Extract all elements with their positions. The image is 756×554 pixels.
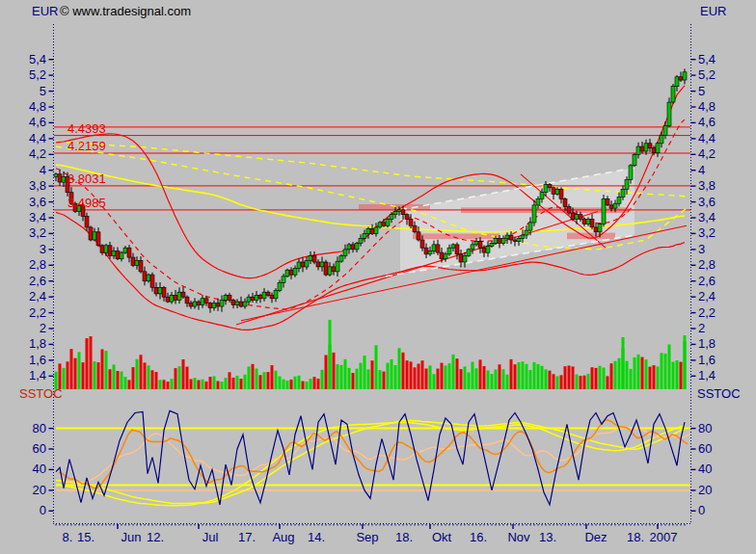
price-axis-label-left: 3,2 — [0, 226, 46, 240]
price-axis-label-left: 5,4 — [0, 53, 46, 66]
price-axis-label-right: 4,4 — [698, 132, 716, 145]
price-axis-label-right: 1,6 — [698, 354, 716, 367]
price-axis-label-right: 5,2 — [698, 68, 716, 82]
price-axis-label-left: 4 — [0, 164, 46, 177]
hline-price-label: 4.2159 — [68, 140, 106, 153]
price-axis-label-left: 3,8 — [0, 179, 46, 193]
price-axis-label-right: 3,8 — [698, 179, 716, 193]
sstoc-axis-label-right: 40 — [698, 462, 712, 476]
price-axis-label-left: 4,6 — [0, 116, 46, 129]
price-axis-label-left: 4,8 — [0, 100, 46, 114]
date-axis-label: 15. — [68, 531, 103, 544]
price-axis-label-left: 4,4 — [0, 132, 46, 145]
chart-canvas[interactable] — [0, 0, 756, 554]
date-axis-label: 17. — [230, 531, 264, 544]
sstoc-axis-label-left: 80 — [0, 422, 46, 435]
price-axis-label-left: 2,6 — [0, 275, 46, 288]
hline-price-label: 3.4985 — [68, 197, 106, 210]
date-axis-label: 13. — [530, 531, 565, 544]
hline-price-label: 4.4393 — [68, 122, 106, 136]
sstoc-axis-label-left: 20 — [0, 484, 46, 497]
price-axis-title-left: EUR — [32, 5, 58, 18]
date-axis-label: Okt — [424, 531, 459, 544]
price-axis-label-right: 2,8 — [698, 258, 716, 272]
price-axis-title-right: EUR — [700, 5, 726, 18]
sstoc-axis-label-right: 60 — [698, 442, 712, 456]
price-axis-label-left: 2,8 — [0, 258, 46, 272]
date-axis-label: Dez — [579, 531, 613, 544]
price-axis-label-right: 4 — [698, 164, 705, 177]
date-axis-label: 12. — [138, 531, 173, 544]
price-axis-label-right: 1,8 — [698, 337, 716, 351]
price-axis-label-right: 3,4 — [698, 211, 716, 224]
price-axis-label-left: 3 — [0, 243, 46, 256]
sstoc-axis-label-left: 60 — [0, 442, 46, 456]
sstoc-axis-label-right: 0 — [698, 504, 705, 517]
sstoc-axis-label-right: 80 — [698, 422, 712, 435]
price-axis-label-right: 4,2 — [698, 147, 716, 161]
price-axis-label-right: 2,6 — [698, 275, 716, 288]
price-axis-label-left: 5 — [0, 85, 46, 98]
price-axis-label-left: 1,8 — [0, 337, 46, 351]
date-axis-label: 18. — [387, 531, 421, 544]
price-axis-label-left: 2,4 — [0, 290, 46, 303]
date-axis-label: Aug — [266, 531, 301, 544]
price-axis-label-left: 5,2 — [0, 68, 46, 82]
price-axis-label-right: 2,4 — [698, 290, 716, 303]
trading-chart-window: EUR © www.tradesignal.com EUR SSTOC SSTO… — [0, 0, 756, 554]
sstoc-axis-label-left: 0 — [0, 504, 46, 517]
date-axis-label: 16. — [461, 531, 496, 544]
sstoc-title-right: SSTOC — [697, 387, 741, 401]
price-axis-label-right: 4,6 — [698, 116, 716, 129]
price-axis-label-left: 3,6 — [0, 196, 46, 209]
price-axis-label-right: 3,6 — [698, 196, 716, 209]
price-axis-label-right: 5 — [698, 85, 705, 98]
price-axis-label-right: 1,4 — [698, 369, 716, 383]
price-axis-label-right: 3,2 — [698, 226, 716, 240]
price-axis-label-left: 2 — [0, 322, 46, 335]
sstoc-axis-label-left: 40 — [0, 462, 46, 476]
price-axis-label-left: 1,4 — [0, 369, 46, 383]
hline-price-label: 3.8031 — [68, 172, 106, 186]
price-axis-label-right: 4,8 — [698, 100, 716, 114]
price-axis-label-right: 5,4 — [698, 53, 716, 66]
date-axis-label: Jul — [193, 531, 228, 544]
price-axis-label-right: 2 — [698, 322, 705, 335]
date-axis-label: 2007 — [646, 531, 681, 544]
copyright: © www.tradesignal.com — [60, 5, 191, 18]
price-axis-label-left: 4,2 — [0, 147, 46, 161]
price-axis-label-right: 3 — [698, 243, 705, 256]
price-axis-label-left: 2,2 — [0, 306, 46, 320]
price-axis-label-left: 3,4 — [0, 211, 46, 224]
date-axis-label: Sep — [350, 531, 385, 544]
sstoc-axis-label-right: 20 — [698, 484, 712, 497]
date-axis-label: 14. — [299, 531, 334, 544]
sstoc-title-left: SSTOC — [19, 387, 63, 401]
price-axis-label-left: 1,6 — [0, 354, 46, 367]
price-axis-label-right: 2,2 — [698, 306, 716, 320]
